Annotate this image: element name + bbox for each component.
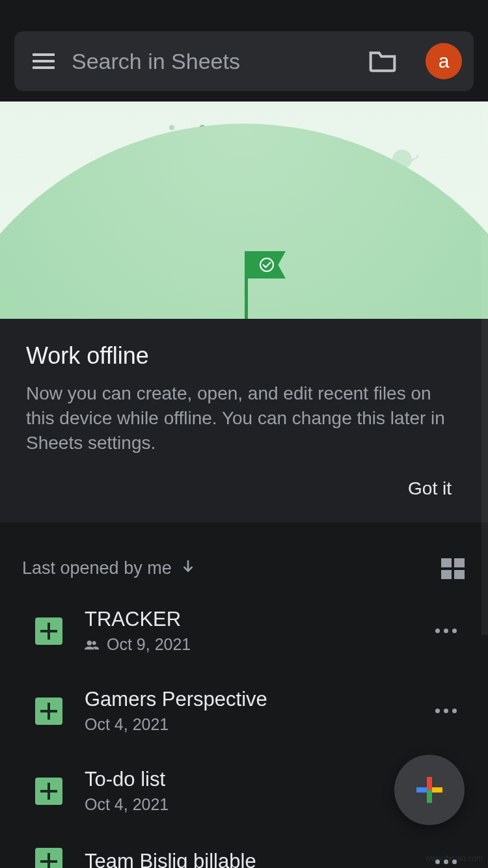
file-meta: Oct 9, 2021 [85,635,405,654]
sort-row: Last opened by me [0,522,488,591]
file-list: TRACKEROct 9, 2021Gamers PerspectiveOct … [0,591,488,868]
sort-dropdown[interactable]: Last opened by me [22,558,197,579]
folder-icon[interactable] [368,49,397,74]
create-fab[interactable] [394,755,465,825]
menu-icon[interactable] [33,53,55,69]
file-row[interactable]: Gamers PerspectiveOct 4, 2021 [0,671,488,751]
app-header: a [0,0,488,102]
got-it-button[interactable]: Got it [398,473,462,504]
avatar-letter: a [439,50,450,72]
file-meta: Oct 4, 2021 [85,715,405,734]
svg-point-1 [92,641,96,645]
sheets-file-icon [35,698,62,725]
more-options-icon[interactable] [427,621,465,641]
file-row[interactable]: Team Bislig billable [0,831,488,868]
sheets-file-icon [35,848,62,868]
more-options-icon[interactable] [427,701,465,721]
grid-view-icon[interactable] [441,558,465,579]
file-title: Team Bislig billable [85,850,405,868]
file-title: Gamers Perspective [85,688,405,711]
file-text: To-do listOct 4, 2021 [85,768,405,814]
file-meta: Oct 4, 2021 [85,795,405,814]
watermark: www.deuaq.com [426,854,483,863]
offline-body: Now you can create, open, and edit recen… [26,381,462,455]
plus-icon [416,777,442,803]
search-bar[interactable]: a [14,31,474,91]
file-date: Oct 4, 2021 [85,795,169,814]
file-text: TRACKEROct 9, 2021 [85,608,405,654]
offline-title: Work offline [26,342,462,370]
scrollbar[interactable] [481,102,488,635]
offline-card: Work offline Now you can create, open, a… [0,319,488,522]
file-date: Oct 9, 2021 [107,635,191,654]
sheets-file-icon [35,617,62,645]
file-text: Gamers PerspectiveOct 4, 2021 [85,688,405,734]
file-text: Team Bislig billable [85,850,405,868]
sheets-file-icon [35,778,62,805]
sort-label: Last opened by me [22,558,172,578]
offline-illustration [0,102,488,319]
svg-point-0 [87,640,92,645]
file-title: TRACKER [85,608,405,631]
file-row[interactable]: TRACKEROct 9, 2021 [0,591,488,671]
shared-icon [85,639,99,651]
search-input[interactable] [72,49,351,74]
account-avatar[interactable]: a [426,43,462,79]
arrow-down-icon [180,558,197,579]
file-date: Oct 4, 2021 [85,715,169,734]
file-title: To-do list [85,768,405,791]
